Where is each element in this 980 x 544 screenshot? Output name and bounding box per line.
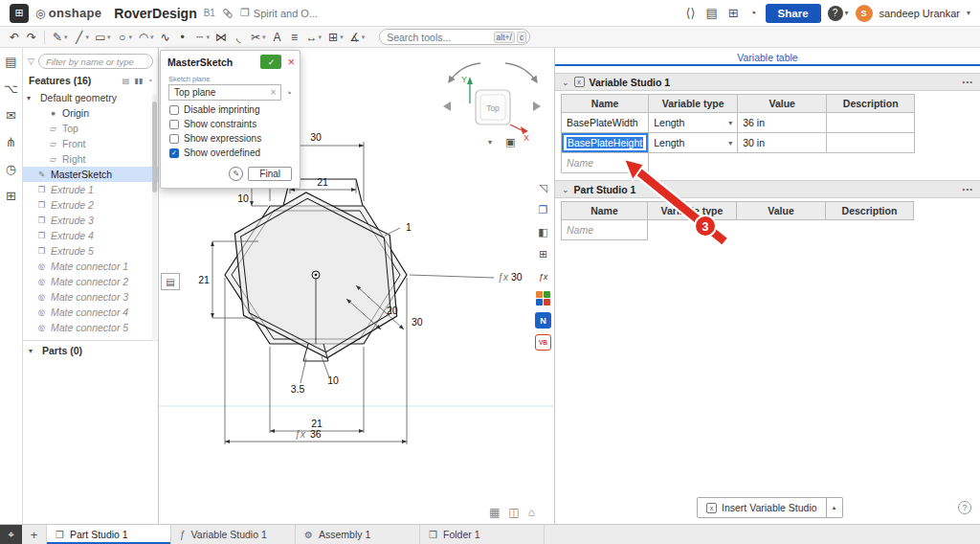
overflow-menu-icon[interactable]: ••• (963, 78, 973, 86)
panel-help-icon[interactable]: ? (958, 501, 971, 514)
tree-item-front-plane[interactable]: ▱Front (23, 136, 158, 151)
variable-value-cell[interactable]: 30 in (738, 133, 827, 153)
snapshot-icon[interactable]: ◫ (508, 506, 519, 519)
tree-item-extrude-2[interactable]: ❒Extrude 2 (23, 197, 158, 213)
pattern-tool-button[interactable]: ⊞▾ (324, 28, 346, 47)
dim-slot-width[interactable]: 10 (327, 374, 339, 386)
final-button[interactable]: Final (248, 167, 292, 181)
dim-overall-width[interactable]: 36 (310, 428, 322, 440)
n-app-icon[interactable]: N (535, 312, 551, 329)
angle-tool-button[interactable]: ∡▾ (346, 28, 368, 47)
tree-item-mate-connector-1[interactable]: ◎Mate connector 1 (23, 259, 158, 274)
share-links-icon[interactable]: ⋔ (6, 136, 16, 148)
tree-item-mate-connector-2[interactable]: ◎Mate connector 2 (23, 274, 158, 289)
collapse-chevron-icon[interactable]: ⌄ (562, 185, 569, 194)
breadcrumb[interactable]: ❐ Spirit and O... (240, 7, 318, 19)
tree-item-extrude-5[interactable]: ❒Extrude 5 (23, 243, 158, 259)
cancel-button[interactable]: × (287, 56, 295, 68)
sketch-tool-button[interactable]: ✎▾ (49, 28, 71, 47)
collapse-chevron-icon[interactable]: ⌄ (562, 78, 569, 87)
dim-left-height[interactable]: 21 (198, 274, 210, 285)
tab-assembly-1[interactable]: ⚙ Assembly 1 (296, 525, 420, 544)
accept-button[interactable]: ✓ (260, 55, 281, 69)
dim-side-width[interactable]: 30 (511, 271, 523, 283)
parts-section-header[interactable]: ▾ Parts (0) (23, 340, 158, 360)
view-cube-face-label[interactable]: Top (486, 103, 500, 113)
dim-wall-thickness[interactable]: 1 (406, 221, 412, 233)
add-tab-button[interactable]: + (22, 525, 47, 544)
history-icon[interactable]: ◷ (6, 163, 16, 175)
tree-item-mate-connector-3[interactable]: ◎Mate connector 3 (23, 289, 158, 305)
vb-app-icon[interactable]: VB (535, 334, 551, 351)
collapsed-list-handle[interactable]: ▤ (161, 273, 180, 290)
offset-tool-button[interactable]: ≡ (286, 28, 303, 47)
learning-center-icon[interactable]: ▤ (704, 6, 720, 20)
search-tools[interactable]: alt+/ c (379, 29, 530, 45)
tables-icon[interactable]: ⊞ (6, 190, 16, 202)
api-icon[interactable]: ⟨⟩ (683, 6, 697, 20)
isometric-cube-icon[interactable]: ❒ (535, 202, 551, 218)
checkbox-row[interactable]: Show constraints (169, 119, 291, 129)
variable-studio-1-header[interactable]: ⌄ x Variable Studio 1 ••• (555, 73, 980, 91)
user-menu-chevron-icon[interactable]: ▾ (967, 9, 970, 17)
app-store-icon[interactable]: ⊞ (726, 6, 741, 20)
dim-top-width[interactable]: 30 (310, 131, 322, 143)
arc-tool-button[interactable]: ◠▾ (135, 28, 157, 47)
tree-item-mate-connector-4[interactable]: ◎Mate connector 4 (23, 305, 158, 320)
view-mode-cube-icon[interactable]: ▣ (505, 136, 515, 148)
dim-tab-height[interactable]: 10 (237, 193, 249, 204)
dim-diagonal-width[interactable]: 30 (412, 316, 423, 328)
scrollbar-thumb[interactable] (152, 102, 157, 193)
view-options-chevron-icon[interactable]: ▾ (488, 138, 492, 147)
grid-settings-icon[interactable]: ⊞ (535, 246, 551, 262)
suppress-icon[interactable]: ▮▮ (134, 77, 143, 85)
avatar[interactable]: S (856, 5, 873, 22)
checkbox-row[interactable]: Disable imprinting (169, 104, 291, 115)
tree-item-mate-connector-5[interactable]: ◎Mate connector 5 (23, 320, 158, 335)
dimension-tool-button[interactable]: ↔▾ (303, 28, 325, 47)
mirror-tool-button[interactable]: ⋈ (212, 28, 230, 47)
tree-item-mastersketch[interactable]: ✎MasterSketch (23, 167, 158, 182)
line-tool-button[interactable]: ╱▾ (71, 28, 93, 47)
tree-item-top-plane[interactable]: ▱Top (23, 121, 158, 136)
featurescript-fx-icon[interactable]: ƒx (535, 268, 551, 284)
sketch-plane-field[interactable]: Top plane × (168, 84, 281, 101)
tree-item-extrude-1[interactable]: ❒Extrude 1 (23, 182, 158, 197)
overflow-menu-icon[interactable]: ••• (963, 185, 973, 193)
help-menu-button[interactable]: ? ▾ (828, 6, 849, 21)
variable-value-cell[interactable]: 36 in (738, 113, 827, 133)
capture-tool-button[interactable]: ⌖ (0, 525, 22, 544)
version-label[interactable]: B1 (204, 8, 215, 18)
print-icon[interactable]: ▦ (489, 506, 500, 519)
dim-upper-width[interactable]: 21 (317, 176, 328, 188)
dim-inner-width[interactable]: 20 (387, 305, 398, 316)
rectangle-tool-button[interactable]: ▭▾ (92, 28, 114, 47)
clear-selection-icon[interactable]: × (271, 87, 277, 98)
filter-input[interactable] (38, 54, 153, 69)
checkbox-unchecked[interactable] (169, 120, 179, 129)
app-launcher-button[interactable]: ⊞ (10, 4, 29, 23)
variable-description-cell[interactable] (827, 133, 915, 153)
undo-button[interactable]: ↶ (6, 28, 23, 47)
tab-folder-1[interactable]: ❐ Folder 1 (420, 525, 545, 544)
scrollbar[interactable] (152, 94, 157, 341)
dim-slot-offset[interactable]: 3.5 (291, 383, 305, 395)
versions-icon[interactable]: ⌥ (4, 82, 18, 95)
variable-type-cell[interactable]: Length▾ (649, 113, 738, 133)
orientation-icon[interactable]: ◹ (535, 180, 551, 196)
tab-variable-studio-1[interactable]: ƒ Variable Studio 1 (171, 525, 296, 544)
variable-type-cell[interactable]: Length▾ (649, 133, 738, 153)
notifications-icon[interactable]: ◔ (747, 6, 759, 20)
variable-description-cell[interactable] (827, 113, 915, 133)
checkbox-checked[interactable]: ✓ (169, 148, 179, 158)
variable-name-cell-editing[interactable]: BasePlateHeight (562, 133, 649, 153)
checkbox-unchecked[interactable] (169, 134, 179, 144)
new-variable-name-cell[interactable]: Name (562, 153, 649, 173)
clock-icon[interactable]: ◔ (285, 87, 292, 99)
construction-tool-button[interactable]: ┄▾ (191, 28, 213, 47)
search-input[interactable] (387, 32, 491, 43)
spline-tool-button[interactable]: ∿ (157, 28, 174, 47)
insert-variable-studio-button[interactable]: x Insert Variable Studio (697, 497, 827, 518)
tree-item-default-geometry[interactable]: ▾Default geometry (23, 90, 158, 105)
tree-item-right-plane[interactable]: ▱Right (23, 151, 158, 167)
